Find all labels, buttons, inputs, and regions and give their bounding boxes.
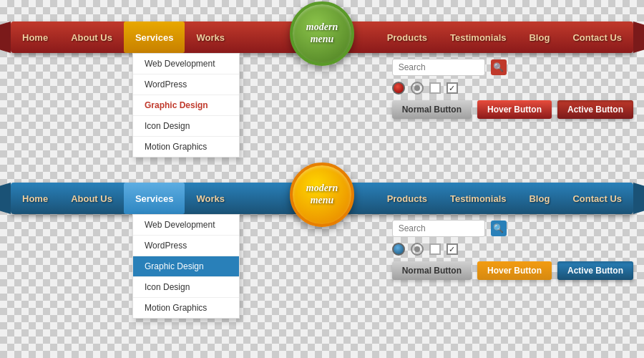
red-dd-motion[interactable]: Motion Graphics [133, 137, 239, 157]
blue-checkbox-empty[interactable] [429, 243, 441, 255]
blue-logo-line1: modern [306, 183, 338, 195]
blue-hover-button[interactable]: Hover Button [477, 261, 552, 280]
red-nav-testimonials[interactable]: Testimonials [439, 21, 518, 53]
blue-icons-row: ✓ [392, 243, 633, 256]
red-radio-filled[interactable] [392, 82, 405, 95]
red-dd-wordpress[interactable]: WordPress [133, 74, 239, 95]
blue-dd-motion[interactable]: Motion Graphics [133, 298, 239, 318]
red-dropdown: Web Development WordPress Graphic Design… [132, 53, 240, 158]
red-menu-section: Home About Us Services Works modern menu… [11, 21, 633, 53]
blue-nav-home[interactable]: Home [11, 183, 59, 214]
blue-radio-ring[interactable] [411, 243, 424, 256]
blue-right-extras: 🔍 ✓ Normal Button Hover Button Active Bu… [392, 220, 633, 280]
red-nav-items: Home About Us Services Works [11, 21, 322, 53]
blue-dd-graphic[interactable]: Graphic Design [133, 256, 239, 277]
blue-buttons-row: Normal Button Hover Button Active Button [392, 261, 633, 280]
red-logo[interactable]: modern menu [290, 1, 354, 66]
red-dd-icon[interactable]: Icon Design [133, 116, 239, 137]
blue-nav-works[interactable]: Works [185, 183, 236, 214]
red-nav-contact[interactable]: Contact Us [561, 21, 633, 53]
blue-nav-blog[interactable]: Blog [517, 183, 561, 214]
red-search-input[interactable] [392, 59, 485, 76]
blue-logo[interactable]: modern menu [290, 163, 354, 227]
blue-logo-line2: menu [306, 195, 338, 207]
red-logo-line1: modern [306, 21, 338, 34]
blue-nav-contact[interactable]: Contact Us [561, 183, 633, 214]
blue-nav-items: Home About Us Services Works [11, 183, 322, 214]
red-nav-bar: Home About Us Services Works modern menu… [11, 21, 633, 53]
red-right-extras: 🔍 ✓ Normal Button Hover Button Active Bu… [392, 59, 633, 119]
blue-search-icon[interactable]: 🔍 [491, 221, 507, 236]
red-normal-button[interactable]: Normal Button [392, 100, 472, 119]
blue-dd-wordpress[interactable]: WordPress [133, 236, 239, 256]
blue-search-input[interactable] [392, 220, 485, 237]
blue-checkbox-checked[interactable]: ✓ [447, 243, 458, 255]
blue-radio-filled[interactable] [392, 243, 405, 256]
red-buttons-row: Normal Button Hover Button Active Button [392, 100, 633, 119]
red-logo-line2: menu [306, 34, 338, 46]
blue-nav-bar: Home About Us Services Works modern menu… [11, 183, 633, 214]
red-checkbox-checked[interactable]: ✓ [447, 82, 458, 94]
blue-normal-button[interactable]: Normal Button [392, 261, 472, 280]
red-radio-ring[interactable] [411, 82, 424, 95]
red-nav-blog[interactable]: Blog [517, 21, 561, 53]
red-nav-home[interactable]: Home [11, 21, 59, 53]
red-nav-works[interactable]: Works [185, 21, 236, 53]
red-nav-services[interactable]: Services [124, 21, 185, 53]
red-search-row: 🔍 [392, 59, 633, 76]
blue-nav-items-right: Products Testimonials Blog Contact Us [322, 183, 633, 214]
red-checkbox-empty[interactable] [429, 82, 441, 94]
blue-menu-section: Home About Us Services Works modern menu… [11, 183, 633, 214]
blue-search-row: 🔍 [392, 220, 633, 237]
blue-dropdown: Web Development WordPress Graphic Design… [132, 214, 240, 319]
red-dd-webdev[interactable]: Web Development [133, 54, 239, 74]
blue-dd-webdev[interactable]: Web Development [133, 215, 239, 236]
blue-dd-icon[interactable]: Icon Design [133, 277, 239, 298]
red-nav-products[interactable]: Products [376, 21, 439, 53]
red-icons-row: ✓ [392, 82, 633, 95]
red-nav-wrapper: Home About Us Services Works modern menu… [11, 21, 633, 53]
red-active-button[interactable]: Active Button [557, 100, 633, 119]
red-nav-about[interactable]: About Us [59, 21, 124, 53]
blue-nav-testimonials[interactable]: Testimonials [439, 183, 518, 214]
blue-nav-about[interactable]: About Us [59, 183, 124, 214]
blue-nav-wrapper: Home About Us Services Works modern menu… [11, 183, 633, 214]
red-hover-button[interactable]: Hover Button [477, 100, 552, 119]
red-nav-items-right: Products Testimonials Blog Contact Us [322, 21, 633, 53]
blue-nav-services[interactable]: Services [124, 183, 185, 214]
blue-nav-products[interactable]: Products [376, 183, 439, 214]
red-search-icon[interactable]: 🔍 [491, 59, 507, 75]
red-dd-graphic[interactable]: Graphic Design [133, 95, 239, 116]
blue-active-button[interactable]: Active Button [557, 261, 633, 280]
